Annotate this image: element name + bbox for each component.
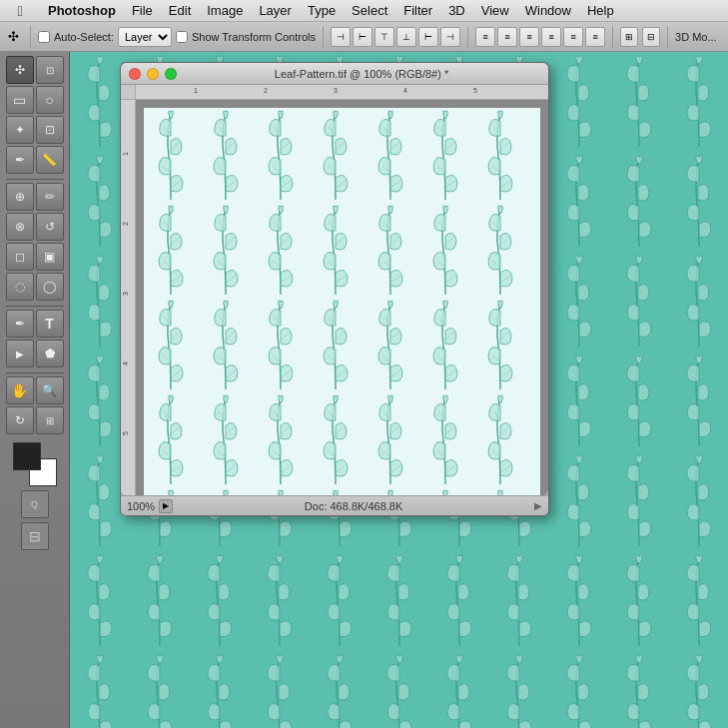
blur-tool-panel[interactable]: ◌ [6,273,34,301]
menu-photoshop[interactable]: Photoshop [40,0,124,21]
doc-statusbar: 100% ▶ Doc: 468.8K/468.8K ▶ [121,495,548,515]
ruler-top: 1 2 3 4 5 [136,85,548,100]
rotate-canvas-panel[interactable]: ↻ [6,406,34,434]
menu-file[interactable]: File [124,0,161,21]
align-center-btn[interactable]: ⊢ [353,27,372,47]
3d-mode-label: 3D Mo... [675,31,717,43]
dist-bottom-btn[interactable]: ≡ [519,27,539,47]
window-minimize-btn[interactable] [147,68,159,80]
foreground-color-swatch[interactable] [13,442,41,470]
tool-row-1: ✣ ⊡ [6,56,64,84]
tool-row-2: ▭ ○ [6,86,64,114]
tool-row-11: ✋ 🔍 [6,376,64,404]
ruler-top-1: 1 [194,87,198,94]
align-right-btn[interactable]: ⊤ [374,27,394,47]
clone-stamp-panel[interactable]: ⊗ [6,213,34,241]
dist-vcenter-btn[interactable]: ≡ [497,27,517,47]
ruler-left-5: 5 [122,431,129,435]
artboard-tool[interactable]: ⊡ [36,56,64,84]
svg-rect-3 [144,108,540,495]
quick-select-tool[interactable]: ✦ [6,116,34,144]
tool-row-8: ◌ ◯ [6,273,64,301]
ruler-top-3: 3 [334,87,338,94]
toolbar-sep-5 [667,26,668,48]
auto-align-btn[interactable]: ⊞ [620,27,638,47]
dist-left-btn[interactable]: ≡ [541,27,561,47]
move-tool-panel[interactable]: ✣ [6,56,34,84]
tools-divider-2 [6,306,64,307]
menu-view[interactable]: View [473,0,517,21]
pen-tool-panel[interactable]: ✒ [6,310,34,338]
brush-tool-panel[interactable]: ✏ [36,183,64,211]
gradient-tool-panel[interactable]: ▣ [36,243,64,271]
rect-select-tool[interactable]: ▭ [6,86,34,114]
tool-row-6: ⊗ ↺ [6,213,64,241]
screen-mode-btn[interactable]: ⊟ [21,522,49,550]
path-select-panel[interactable]: ▶ [6,340,34,367]
align-top-btn[interactable]: ⊥ [396,27,416,47]
menu-help[interactable]: Help [579,0,622,21]
dist-right-btn[interactable]: ≡ [585,27,605,47]
move-tool-btn[interactable]: ✣ [4,26,23,48]
tool-row-4: ✒ 📏 [6,146,64,174]
toolbar-sep-1 [30,26,31,48]
align-bottom-btn[interactable]: ⊣ [440,27,460,47]
menu-image[interactable]: Image [199,0,251,21]
healing-brush-panel[interactable]: ⊕ [6,183,34,211]
ruler-left-4: 4 [122,362,129,365]
transform-checkbox[interactable] [176,31,188,43]
tool-row-5: ⊕ ✏ [6,183,64,211]
zoom-tool-panel[interactable]: 🔍 [36,376,64,404]
dist-hcenter-btn[interactable]: ≡ [563,27,583,47]
ruler-top-4: 4 [403,87,407,94]
color-swatches[interactable] [13,442,57,486]
window-maximize-btn[interactable] [165,68,177,80]
crop-tool-panel[interactable]: ⊡ [36,116,64,144]
menu-type[interactable]: Type [300,0,344,21]
doc-titlebar[interactable]: Leaf-Pattern.tif @ 100% (RGB/8#) * [121,63,548,85]
status-expand-arrow[interactable]: ▶ [534,500,542,511]
menubar:  Photoshop File Edit Image Layer Type S… [0,0,728,22]
apple-menu[interactable]:  [0,3,40,19]
menu-edit[interactable]: Edit [161,0,199,21]
menu-select[interactable]: Select [344,0,395,21]
eyedropper-tool-panel[interactable]: ✒ [6,146,34,174]
ruler-tool[interactable]: 📏 [36,146,64,174]
doc-size: Doc: 468.8K/468.8K [177,500,530,512]
quick-mask-btn[interactable]: Q [21,490,49,518]
shape-tool-panel[interactable]: ⬟ [36,340,64,367]
leaf-pattern-svg [144,108,540,495]
document-window: Leaf-Pattern.tif @ 100% (RGB/8#) * 1 2 3… [120,62,549,516]
status-preview-icon[interactable]: ▶ [159,499,173,513]
hand-tool-panel[interactable]: ✋ [6,376,34,404]
extra-tool[interactable]: ⊞ [36,406,64,434]
doc-title: Leaf-Pattern.tif @ 100% (RGB/8#) * [183,68,540,80]
layer-select[interactable]: Layer [118,27,172,47]
ruler-top-2: 2 [264,87,268,94]
menu-3d[interactable]: 3D [440,0,473,21]
menu-layer[interactable]: Layer [251,0,300,21]
dodge-tool-panel[interactable]: ◯ [36,273,64,301]
toolbar: ✣ Auto-Select: Layer Show Transform Cont… [0,22,728,52]
menu-window[interactable]: Window [517,0,579,21]
ruler-left-1: 1 [122,152,129,156]
dist-top-btn[interactable]: ≡ [475,27,495,47]
type-tool-panel[interactable]: T [36,310,64,338]
ruler-left-2: 2 [122,222,129,226]
autoselect-checkbox[interactable] [38,31,50,43]
history-brush-panel[interactable]: ↺ [36,213,64,241]
menu-filter[interactable]: Filter [395,0,440,21]
tools-divider-1 [6,179,64,180]
align-left-btn[interactable]: ⊣ [331,27,351,47]
zoom-level: 100% [127,500,155,512]
window-close-btn[interactable] [129,68,141,80]
toolbar-sep-2 [323,26,324,48]
grid-btn[interactable]: ⊟ [642,27,660,47]
ruler-corner [121,85,136,100]
lasso-select-tool[interactable]: ○ [36,86,64,114]
align-vcenter-btn[interactable]: ⊢ [418,27,438,47]
tools-panel: ✣ ⊡ ▭ ○ ✦ ⊡ ✒ 📏 ⊕ ✏ ⊗ ↺ ◻ ▣ ◌ ◯ ✒ T ▶ ⬟ … [0,52,70,728]
canvas-container[interactable] [136,100,548,495]
toolbar-sep-4 [612,26,613,48]
eraser-tool-panel[interactable]: ◻ [6,243,34,271]
